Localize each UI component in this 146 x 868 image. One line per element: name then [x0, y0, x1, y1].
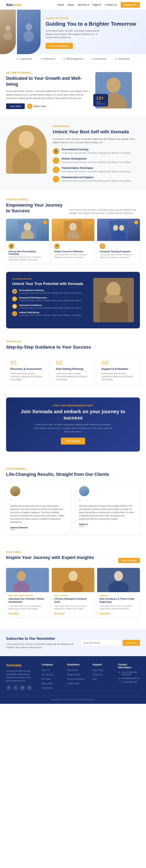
instagram-icon[interactable]: in	[20, 685, 25, 690]
service-card-img-2: →	[52, 219, 95, 241]
newsletter-email-input[interactable]	[80, 640, 121, 646]
twitter-icon[interactable]: t	[13, 685, 18, 690]
service-card-1: → 👤 One-on-One Personalized Coaching Lor…	[6, 219, 49, 264]
approach-item-3-title: Transformative Techniques	[62, 166, 131, 169]
dark-item-desc-2: Lorem ipsum dolor sit amet, consectetur …	[19, 299, 81, 302]
footer-link-services[interactable]: Our Services	[42, 673, 62, 676]
blog-card-body-3: Mindset How to Embrace & Thrive in New B…	[97, 592, 140, 617]
read-more-1[interactable]: Read More	[8, 613, 19, 615]
about-badge: 13+ Years Experience	[93, 94, 108, 106]
about-visual: 13+ Years Experience	[95, 72, 140, 108]
approach-item-3-desc: Lorem ipsum dolor sit amet, consectetur …	[62, 170, 131, 173]
diamond-icon-1: ♦	[40, 57, 42, 60]
dark-banner-item-2-content: Enhanced Self-Awareness Lorem ipsum dolo…	[19, 297, 81, 302]
approach-icon-3: ⚡	[53, 166, 59, 173]
services-header: Featured Services Empowering Your Journe…	[6, 198, 140, 214]
read-more-3[interactable]: Read More	[100, 613, 110, 615]
nav-cta-button[interactable]: Contact Us	[121, 2, 140, 8]
blog-image-2	[52, 568, 95, 592]
svg-point-5	[106, 78, 121, 93]
footer-link-help-center[interactable]: Help Center	[93, 669, 113, 672]
services-title: Empowering Your Journey to Success	[6, 203, 67, 214]
services-description: Lorem ipsum dolor sit amet, consectetur …	[69, 208, 140, 215]
footer-link-terms[interactable]: Terms & Conditions	[67, 677, 88, 680]
about-learn-more-button[interactable]: Learn More	[6, 103, 25, 109]
process-step-3-desc: Lorem ipsum dolor sit amet, consectetur …	[101, 372, 136, 381]
footer-col-company-title: Company	[42, 663, 62, 666]
footer-contact-email: ✉ xennada@email.com	[118, 677, 140, 680]
dark-banner-tag: Featured Services	[12, 278, 89, 280]
testimonial-card-2: " Xennada's approach is unique and incre…	[75, 482, 140, 535]
about-watch-video-button[interactable]: ▶ Watch Video	[27, 103, 46, 109]
footer-col-support-title: Support	[93, 663, 113, 666]
cta-button[interactable]: Get Started	[61, 438, 86, 444]
read-more-2[interactable]: Read More	[54, 613, 65, 615]
footer-col-guidelines-title: Guidelines	[67, 663, 88, 666]
approach-item-1: 👤 Personalized Coaching Lorem ipsum dolo…	[53, 148, 140, 155]
service-card-title-1: One-on-One Personalized Coaching	[8, 250, 46, 255]
dark-banner-item-1-content: Personalized Coaching Lorem ipsum dolor …	[19, 289, 81, 294]
approach-item-2-content: Holistic Development Lorem ipsum dolor s…	[62, 157, 131, 164]
service-arrow-1[interactable]: →	[43, 220, 47, 224]
newsletter-subscribe-button[interactable]: Subscribe	[123, 640, 140, 646]
about-text: Welcome to Xennada Dedicated to Your Gro…	[6, 72, 89, 109]
dark-banner-item-4-content: Holistic Well-Being Lorem ipsum dolor si…	[19, 311, 81, 317]
stat-label-3: 365 Engagement	[66, 58, 83, 60]
nav-services[interactable]: Services ▾	[78, 3, 89, 6]
footer-link-faq[interactable]: FAQ	[93, 677, 113, 680]
blog-tag: Blog & News	[6, 551, 94, 553]
service-arrow-2[interactable]: →	[89, 220, 93, 224]
svg-point-3	[24, 31, 34, 42]
footer-link-help[interactable]: Help Center	[67, 669, 88, 672]
hero-title: Guiding You to a Brighter Tomorrow	[46, 21, 140, 27]
process-step-1-desc: Lorem ipsum dolor sit amet, consectetur …	[10, 372, 45, 381]
dark-item-title-2: Enhanced Self-Awareness	[19, 297, 81, 299]
approach-title: Unlock Your Best Self with Xennada	[53, 129, 140, 135]
service-arrow-3[interactable]: →	[134, 220, 138, 224]
process-step-1: 01 Discovery & Assessment Lorem ipsum do…	[6, 355, 49, 385]
svg-point-25	[17, 571, 26, 581]
process-section: Our Process Step-by-Step Guidance to You…	[0, 333, 146, 394]
hero-images	[0, 10, 41, 54]
footer-link-contact-us[interactable]: Contact Us	[93, 673, 113, 676]
approach-item-2: 🌱 Holistic Development Lorem ipsum dolor…	[53, 157, 140, 164]
about-title: Dedicated to Your Growth and Well-being	[6, 75, 89, 87]
badge-sublabel: Experience	[96, 103, 105, 105]
service-card-body-3: 🏢 Corporate Training Programs Lorem ipsu…	[97, 241, 140, 261]
service-card-body-2: 💻 Online Courses & Webinars Lorem ipsum …	[52, 241, 95, 261]
navbar: Xennada Home About Services ▾ Pages ▾ Co…	[0, 0, 146, 10]
dark-banner-item-3: 📈 Improved Confidence Lorem ipsum dolor …	[12, 304, 89, 309]
nav-about[interactable]: About	[68, 3, 74, 6]
stat-professional: ♦ Professional	[40, 57, 55, 60]
footer-link-privacy[interactable]: Privacy Policy	[67, 673, 88, 676]
approach-item-1-content: Personalized Coaching Lorem ipsum dolor …	[62, 148, 131, 155]
nav-home[interactable]: Home	[57, 3, 64, 6]
footer-link-blog[interactable]: Blog & News	[42, 682, 62, 685]
approach-item-2-title: Holistic Development	[62, 157, 131, 160]
linkedin-icon[interactable]: li	[27, 685, 32, 690]
nav-contact[interactable]: Contact Us	[105, 3, 117, 6]
footer-link-cookies[interactable]: Cookie Policy	[67, 682, 88, 685]
blog-category-3: Mindset	[100, 594, 138, 596]
star-icon-2: ★	[115, 57, 117, 60]
footer-link-team[interactable]: Our Team	[42, 677, 62, 680]
footer-link-about[interactable]: About Us	[42, 669, 62, 672]
stat-label-1: Inspirational	[20, 58, 32, 60]
dark-item-icon-3: 📈	[12, 304, 17, 309]
footer-link-testimonials[interactable]: Testimonials	[42, 686, 62, 689]
service-card-title-3: Corporate Training Programs	[100, 250, 138, 253]
blog-header-text: Blog & News Inspire Your Journey with Ex…	[6, 551, 94, 563]
phone-icon: 📞	[118, 681, 120, 683]
service-card-desc-2: Lorem ipsum dolor sit amet, consectetur …	[54, 253, 92, 259]
blog-header: Blog & News Inspire Your Journey with Ex…	[6, 551, 140, 563]
view-all-blogs-button[interactable]: View All Blogs	[118, 558, 140, 563]
approach-section: Our Approach Unlock Your Best Self with …	[0, 117, 146, 190]
location-icon: 📍	[118, 672, 120, 674]
nav-pages[interactable]: Pages ▾	[93, 3, 101, 6]
approach-item-2-desc: Lorem ipsum dolor sit amet, consectetur …	[62, 161, 131, 164]
svg-rect-23	[104, 295, 123, 303]
hero-cta-button[interactable]: Free Consultation	[46, 43, 73, 49]
facebook-icon[interactable]: f	[6, 685, 11, 690]
svg-point-17	[113, 225, 118, 230]
svg-point-8	[19, 131, 34, 148]
